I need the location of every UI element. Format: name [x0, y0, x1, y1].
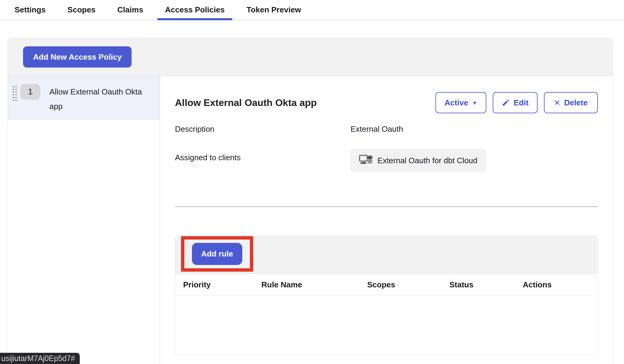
- tab-bar: Settings Scopes Claims Access Policies T…: [0, 0, 624, 20]
- policy-priority-badge: 1: [20, 84, 40, 100]
- edit-button[interactable]: Edit: [493, 92, 538, 113]
- column-header-status: Status: [449, 280, 523, 290]
- annotation-highlight-box: Add rule: [181, 236, 253, 272]
- column-header-actions: Actions: [523, 280, 598, 290]
- tab-scopes[interactable]: Scopes: [60, 0, 103, 20]
- link-status-tooltip: usijiutarM7Aj0Ep5d7#: [0, 353, 80, 364]
- edit-button-label: Edit: [514, 98, 528, 108]
- description-row: Description External Oauth: [175, 124, 598, 134]
- policy-list-item[interactable]: 1 Allow External Oauth Okta app: [8, 76, 160, 120]
- access-policies-card: Add New Access Policy 1 Allow External O…: [8, 38, 613, 364]
- rules-toolbar: Add rule: [175, 236, 598, 274]
- chevron-down-icon: ▼: [472, 101, 477, 106]
- card-header: Add New Access Policy: [8, 38, 613, 76]
- client-chip-label: External Oauth for dbt Cloud: [377, 156, 478, 165]
- tab-settings[interactable]: Settings: [7, 0, 53, 20]
- assigned-clients-label: Assigned to clients: [175, 149, 351, 162]
- rules-table-empty-body: [175, 296, 598, 355]
- client-app-icon: [359, 154, 373, 167]
- close-icon: ×: [554, 97, 560, 108]
- drag-handle-icon[interactable]: [13, 86, 17, 114]
- column-header-rule-name: Rule Name: [261, 280, 367, 290]
- active-status-dropdown[interactable]: Active ▼: [435, 92, 486, 113]
- rules-table-header: Priority Rule Name Scopes Status Actions: [175, 274, 598, 296]
- column-header-priority: Priority: [175, 280, 261, 290]
- policy-title: Allow External Oauth Okta app: [175, 97, 317, 108]
- add-rule-button[interactable]: Add rule: [192, 243, 242, 265]
- active-status-label: Active: [445, 98, 468, 108]
- policy-actions: Active ▼ Edit × Delete: [435, 92, 598, 113]
- pencil-icon: [502, 99, 510, 107]
- client-chip[interactable]: External Oauth for dbt Cloud: [351, 149, 486, 172]
- policy-item-name: Allow External Oauth Okta app: [49, 84, 155, 114]
- tab-token-preview[interactable]: Token Preview: [239, 0, 309, 20]
- tab-access-policies[interactable]: Access Policies: [157, 0, 232, 20]
- description-label: Description: [175, 124, 351, 134]
- column-header-scopes: Scopes: [367, 280, 449, 290]
- delete-button-label: Delete: [564, 98, 588, 108]
- card-body: 1 Allow External Oauth Okta app Allow Ex…: [8, 76, 613, 364]
- policy-list-sidebar: 1 Allow External Oauth Okta app: [8, 76, 160, 364]
- rules-table-container: Add rule Priority Rule Name Scopes Statu…: [175, 236, 598, 355]
- section-divider: [175, 206, 598, 207]
- assigned-clients-row: Assigned to clients External Oauth for d…: [175, 149, 598, 172]
- policy-detail-panel: Allow External Oauth Okta app Active ▼ E…: [160, 76, 613, 364]
- detail-header: Allow External Oauth Okta app Active ▼ E…: [175, 92, 598, 114]
- add-new-access-policy-button[interactable]: Add New Access Policy: [23, 46, 132, 68]
- tab-claims[interactable]: Claims: [110, 0, 151, 20]
- delete-button[interactable]: × Delete: [544, 92, 598, 113]
- description-value: External Oauth: [351, 124, 403, 134]
